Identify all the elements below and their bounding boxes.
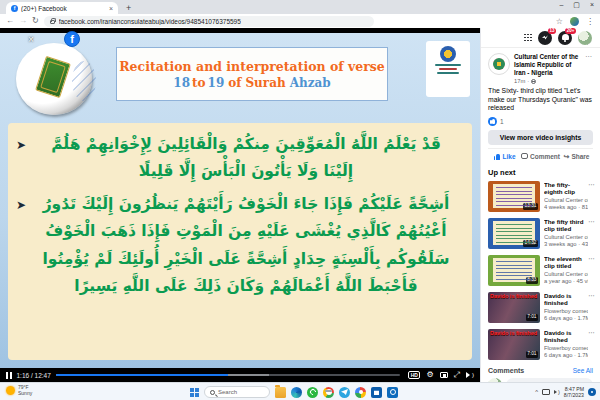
verse-paragraph-2: ➤ أَشِحَّةً عَلَيْكُمْ فَإِذَا جَاءَ الْ…: [18, 191, 458, 300]
duration-badge: 7:01: [526, 351, 538, 358]
share-button[interactable]: ↪ Share: [560, 149, 593, 164]
taskbar-clock[interactable]: 8:47 PM 8/7/2023: [564, 386, 584, 398]
duration-badge: 8:33: [526, 277, 538, 284]
tray-chevron-icon[interactable]: ^: [535, 389, 538, 395]
url-omnibox[interactable]: facebook.com/iranianconsulateabuja/video…: [44, 16, 374, 27]
video-title[interactable]: The fifty third clip titled "Let's make.…: [544, 218, 588, 233]
video-channel: Flowerboy comedy: [544, 308, 588, 314]
outlook-icon[interactable]: [387, 387, 398, 398]
like-button[interactable]: Like: [488, 149, 521, 164]
duration-badge: 7:01: [526, 314, 538, 321]
up-next-item[interactable]: 14:32 The fifty third clip titled "Let's…: [481, 216, 600, 253]
store-icon[interactable]: [371, 387, 382, 398]
bullet-arrow-icon: ➤: [16, 135, 26, 156]
item-options-icon[interactable]: ⋯: [588, 181, 595, 189]
view-insights-button[interactable]: View more video insights: [488, 130, 593, 145]
reactions-row[interactable]: 1: [488, 117, 593, 126]
tray-volume-icon[interactable]: ): [554, 389, 560, 395]
up-next-item[interactable]: Davido is finished 7:01 Davido is finish…: [481, 290, 600, 327]
video-title[interactable]: Davido is finished: [544, 292, 588, 307]
video-thumbnail[interactable]: 14:32: [488, 218, 540, 249]
weather-widget[interactable]: 79°F Sunny: [6, 385, 32, 396]
tab-close-icon[interactable]: ×: [109, 5, 113, 12]
browser-profile-avatar[interactable]: [570, 17, 579, 26]
item-options-icon[interactable]: ⋯: [588, 329, 595, 337]
whatsapp-icon[interactable]: [307, 387, 318, 398]
thumbnail-text: Davido is finished: [490, 293, 539, 300]
display-icon[interactable]: [542, 389, 550, 395]
item-options-icon[interactable]: ⋯: [588, 292, 595, 300]
taskbar-search[interactable]: Search: [204, 386, 270, 398]
window-close-icon[interactable]: ×: [590, 1, 594, 9]
bookmark-star-icon[interactable]: ☆: [556, 17, 563, 26]
window-maximize-icon[interactable]: ▢: [573, 1, 580, 9]
quality-hd-icon[interactable]: HD: [408, 371, 420, 379]
chrome-icon[interactable]: [323, 387, 334, 398]
page-avatar[interactable]: [488, 53, 510, 75]
video-thumbnail[interactable]: 13:31: [488, 181, 540, 212]
video-player[interactable]: × f Recitation and interpretation of ver…: [0, 28, 480, 382]
bell-clapper: [564, 40, 566, 42]
up-next-item[interactable]: 13:31 The fifty-eighth clip titled "Let'…: [481, 179, 600, 216]
window-minimize-icon[interactable]: –: [559, 1, 563, 9]
new-tab-button[interactable]: +: [126, 3, 131, 14]
post-options-icon[interactable]: ⋯: [585, 53, 593, 84]
see-all-link[interactable]: See All: [573, 367, 593, 374]
telegram-icon[interactable]: [339, 387, 350, 398]
fullscreen-icon[interactable]: ⤢: [454, 371, 460, 379]
back-icon[interactable]: ←: [6, 17, 14, 25]
video-thumbnail[interactable]: Davido is finished 7:01: [488, 292, 540, 323]
windows-taskbar: 79°F Sunny Search ^ ) 8:47 PM: [0, 382, 600, 400]
notification-center-icon[interactable]: [588, 388, 596, 396]
comment-bubble-icon: [521, 153, 528, 159]
messenger-bolt-icon: [542, 35, 548, 41]
page-name[interactable]: Cultural Center of the Islamic Republic …: [514, 53, 581, 77]
video-thumbnail[interactable]: 8:33: [488, 255, 540, 286]
progress-bar[interactable]: [56, 374, 400, 377]
weather-desc: Sunny: [18, 391, 32, 397]
sun-icon: [6, 386, 15, 395]
messenger-icon[interactable]: 13: [538, 31, 552, 45]
logo-text-line: [435, 64, 461, 66]
volume-icon[interactable]: ): [466, 372, 474, 378]
picture-in-picture-icon[interactable]: [440, 372, 448, 378]
video-title[interactable]: The eleventh clip titled "Let's make...: [544, 255, 588, 270]
menu-grid-icon[interactable]: [524, 34, 532, 42]
player-controls: 1:16 / 12:47 HD ⚙ ⤢ ): [0, 368, 480, 382]
settings-gear-icon[interactable]: ⚙: [426, 371, 433, 379]
pause-button[interactable]: [6, 372, 12, 379]
up-next-item[interactable]: 8:33 The eleventh clip titled "Let's mak…: [481, 253, 600, 290]
edge-icon[interactable]: [291, 387, 302, 398]
video-title[interactable]: The fifty-eighth clip titled "Let's make…: [544, 181, 588, 196]
comments-heading: Comments: [488, 367, 524, 374]
browser-tab-facebook[interactable]: f (20+) Facebook ×: [6, 2, 118, 14]
video-thumbnail[interactable]: Davido is finished 7:01: [488, 329, 540, 360]
tab-title: (20+) Facebook: [21, 5, 106, 12]
screen: f (20+) Facebook × + – ▢ × ← → ↻ faceboo…: [0, 0, 600, 400]
windows-start-icon[interactable]: [190, 388, 199, 397]
account-avatar[interactable]: [578, 31, 592, 45]
lock-icon: [50, 20, 55, 24]
photos-icon[interactable]: [355, 387, 366, 398]
reload-icon[interactable]: ↻: [32, 17, 39, 25]
thumbnail-text: Davido is finished: [490, 330, 539, 337]
comment-button[interactable]: Comment: [521, 149, 560, 164]
duration-badge: 14:32: [523, 240, 538, 247]
bullet-arrow-icon: ➤: [16, 195, 26, 216]
video-channel: Flowerboy comedy: [544, 345, 588, 351]
forward-icon[interactable]: →: [19, 17, 27, 25]
item-options-icon[interactable]: ⋯: [588, 218, 595, 226]
file-explorer-icon[interactable]: [275, 387, 286, 398]
up-next-item[interactable]: Davido is finished 7:01 Davido is finish…: [481, 327, 600, 364]
item-options-icon[interactable]: ⋯: [588, 255, 595, 263]
player-right-controls: HD ⚙ ⤢ ): [408, 371, 474, 379]
clock-date: 8/7/2023: [564, 392, 584, 398]
player-close-icon[interactable]: ×: [28, 34, 34, 45]
browser-menu-icon[interactable]: ⋮: [586, 17, 594, 26]
quran-plate-image: [16, 43, 92, 115]
facebook-logo-icon: f: [64, 31, 80, 47]
notifications-bell-icon[interactable]: 20+: [558, 31, 572, 45]
video-title[interactable]: Davido is finished: [544, 329, 588, 344]
browser-tabstrip: f (20+) Facebook × + – ▢ ×: [0, 0, 600, 14]
slide-title-line2: 18to19 of Surah Ahzab: [173, 76, 330, 90]
